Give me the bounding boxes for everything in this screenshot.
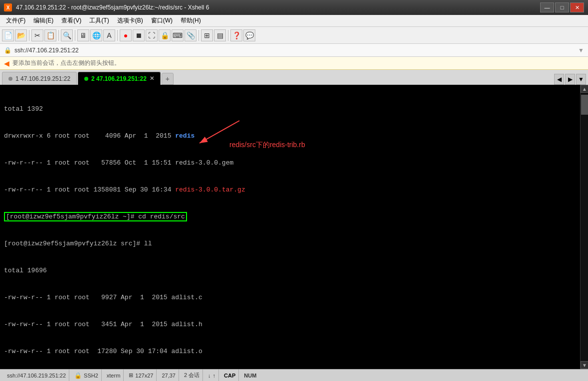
tab-add-button[interactable]: + [162,73,174,85]
toolbar-sep4 [117,30,118,41]
tab-prev-button[interactable]: ◀ [554,74,564,85]
toolbar-help[interactable]: ❓ [230,29,242,41]
status-bar: ssh://47.106.219.251:22 🔒 SSH2 xterm ⊞ 1… [0,369,588,381]
maximize-button[interactable]: □ [555,2,569,12]
menu-bar: 文件(F) 编辑(E) 查看(V) 工具(T) 选项卡(B) 窗口(W) 帮助(… [0,15,588,27]
menu-tools[interactable]: 工具(T) [85,15,113,26]
tab-1-label: 1 47.106.219.251:22 [15,75,70,82]
toolbar-btn7[interactable]: ● [120,29,132,41]
toolbar-btn6[interactable]: A [103,29,115,41]
toolbar-btn11[interactable]: ⌨ [172,29,184,41]
scroll-down-icon[interactable]: ↓ [208,373,211,379]
cap-label: CAP [224,373,235,379]
status-protocol-text: SSH2 [84,373,98,379]
toolbar-sep6 [228,30,228,41]
menu-help[interactable]: 帮助(H) [177,15,205,26]
status-cap: CAP [221,370,239,381]
tab-1[interactable]: 1 47.106.219.251:22 [2,72,77,85]
status-dimensions: ⊞ 127x27 [126,370,157,381]
terminal-line-1: drwxrwxr-x 6 root root 4096 Apr 1 2015 r… [4,132,576,141]
terminal[interactable]: total 1392 drwxrwxr-x 6 root root 4096 A… [0,85,580,369]
address-text[interactable]: ssh://47.106.219.251:22 [14,47,575,54]
minimize-button[interactable]: — [540,2,554,12]
terminal-line-7: -rw-rw-r-- 1 root root 9927 Apr 1 2015 a… [4,293,576,302]
toolbar: 📄 📂 ✂ 📋 🔍 🖥 🌐 A ● ⏹ ⛶ 🔒 ⌨ 📎 ⊞ ▤ ❓ 💬 [0,27,588,44]
close-button[interactable]: ✕ [570,2,584,12]
num-label: NUM [244,373,256,379]
menu-file[interactable]: 文件(F) [2,15,29,26]
ssh-icon: 🔒 [74,372,82,379]
tab-list-button[interactable]: ▼ [576,74,586,85]
address-lock-icon: 🔒 [4,47,11,54]
toolbar-btn4[interactable]: 🖥 [77,29,89,41]
scroll-up-button[interactable]: ▲ [581,85,588,93]
tab-2-label: 2 47.106.219.251:22 [91,75,147,82]
status-sessions: 2 会话 [181,370,203,381]
toolbar-btn10[interactable]: 🔒 [159,29,171,41]
tab-nav: ◀ ▶ ▼ [554,74,586,85]
scroll-track [581,93,588,361]
info-text: 要添加当前会话，点击左侧的箭头按钮。 [12,59,120,67]
scroll-down-button[interactable]: ▼ [581,361,588,369]
info-arrow-icon[interactable]: ◀ [4,59,9,67]
status-address-text: ssh://47.106.219.251:22 [7,373,66,379]
status-address: ssh://47.106.219.251:22 [4,370,69,381]
status-dims-icon: ⊞ [129,372,133,379]
terminal-line-3: -rw-r--r-- 1 root root 1358081 Sep 30 16… [4,186,576,194]
menu-window[interactable]: 窗口(W) [147,15,177,26]
status-encoding: xterm [104,370,124,381]
tab-2-close[interactable]: ✕ [150,75,154,82]
toolbar-btn13[interactable]: ⊞ [201,29,213,41]
terminal-line-2: -rw-r--r-- 1 root root 57856 Oct 1 15:51… [4,159,576,168]
address-dropdown-icon[interactable]: ▼ [578,47,584,54]
scroll-thumb[interactable] [581,95,588,115]
toolbar-btn15[interactable]: 💬 [243,29,255,41]
status-position: 27,37 [159,370,179,381]
toolbar-open[interactable]: 📂 [15,29,27,41]
tab-1-dot [8,77,12,81]
toolbar-sep2 [58,30,59,41]
toolbar-btn14[interactable]: ▤ [214,29,226,41]
terminal-line-0: total 1392 [4,105,576,114]
terminal-line-8: -rw-rw-r-- 1 root root 3451 Apr 1 2015 a… [4,320,576,329]
address-bar: 🔒 ssh://47.106.219.251:22 ▼ [0,44,588,57]
app-icon: X [4,3,12,11]
toolbar-btn12[interactable]: 📎 [185,29,196,41]
line-text: total 1392 [4,105,43,113]
toolbar-sep1 [29,30,29,41]
status-protocol: 🔒 SSH2 [71,370,102,381]
terminal-container: total 1392 drwxrwxr-x 6 root root 4096 A… [0,85,588,369]
title-bar: X 47.106.219.251:22 - root@izwz9ef5sjam9… [0,0,588,15]
status-dims-text: 127x27 [135,373,153,379]
toolbar-btn5[interactable]: 🌐 [90,29,102,41]
toolbar-btn9[interactable]: ⛶ [146,29,158,41]
window-title: 47.106.219.251:22 - root@izwz9ef5sjam9pv… [16,4,540,11]
toolbar-btn3[interactable]: 🔍 [61,29,73,41]
toolbar-sep5 [198,30,199,41]
terminal-line-9: -rw-rw-r-- 1 root root 17280 Sep 30 17:0… [4,347,576,356]
status-num: NUM [241,370,259,381]
menu-tabs[interactable]: 选项卡(B) [113,15,147,26]
tab-2[interactable]: 2 47.106.219.251:22 ✕ [78,72,161,85]
window-controls: — □ ✕ [540,2,584,12]
status-pos-text: 27,37 [162,373,176,379]
terminal-line-4: [root@izwz9ef5sjam9pvfyiz26lz ~]# cd red… [4,212,576,221]
toolbar-copy[interactable]: 📋 [44,29,56,41]
toolbar-new[interactable]: 📄 [2,29,14,41]
toolbar-sep3 [75,30,75,41]
tab-2-dot [84,77,88,81]
toolbar-btn8[interactable]: ⏹ [133,29,145,41]
menu-edit[interactable]: 编辑(E) [29,15,57,26]
scrollbar: ▲ ▼ [580,85,588,369]
terminal-line-5: [root@izwz9ef5sjam9pvfyiz26lz src]# ll [4,239,576,248]
scroll-up-icon[interactable]: ↑ [213,373,216,379]
toolbar-cut[interactable]: ✂ [31,29,43,41]
status-sessions-text: 2 会话 [184,372,199,379]
info-bar: ◀ 要添加当前会话，点击左侧的箭头按钮。 [0,57,588,70]
tab-next-button[interactable]: ▶ [565,74,575,85]
status-encoding-text: xterm [107,373,121,379]
terminal-line-6: total 19696 [4,266,576,275]
status-nav-buttons: ↓ ↑ [205,370,219,381]
menu-view[interactable]: 查看(V) [57,15,85,26]
tab-bar: 1 47.106.219.251:22 2 47.106.219.251:22 … [0,70,588,85]
